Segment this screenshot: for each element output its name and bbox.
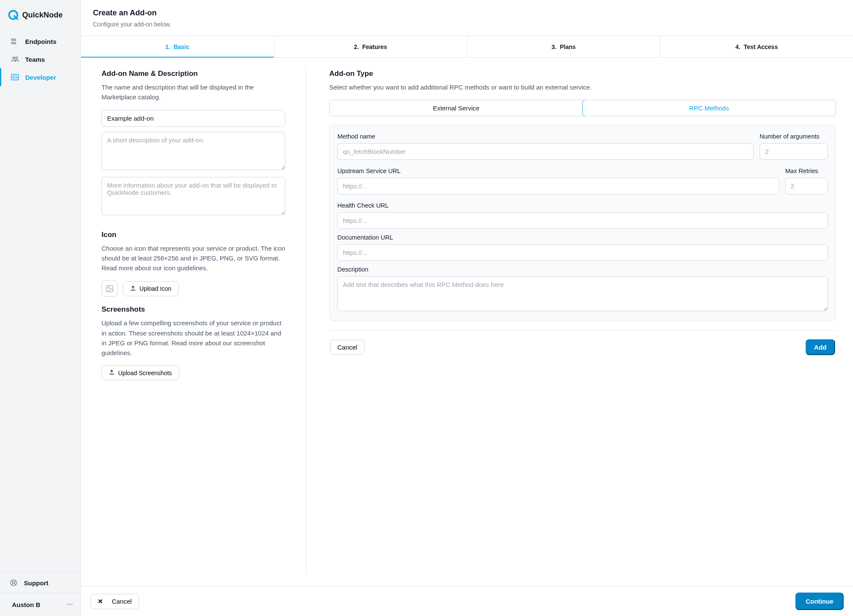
quicknode-icon [8, 9, 19, 20]
addon-type-title: Add-on Type [329, 69, 836, 78]
section-name-title: Add-on Name & Description [102, 69, 285, 78]
addon-name-input[interactable] [102, 110, 285, 127]
user-menu-icon[interactable]: ··· [67, 601, 73, 608]
left-column: Add-on Name & Description The name and d… [102, 68, 306, 576]
upload-screenshots-button[interactable]: Upload Screenshots [102, 365, 179, 380]
num-args-input[interactable] [760, 143, 828, 160]
section-icon-sub: Choose an icon that represents your serv… [102, 243, 285, 273]
svg-point-5 [13, 57, 15, 59]
addon-long-desc-input[interactable] [102, 177, 285, 215]
main: Create an Add-on Configure your add-on b… [81, 0, 853, 616]
upstream-url-input[interactable] [337, 178, 779, 194]
wizard-tabs: 1. Basic 2. Features 3. Plans 4. Test Ac… [81, 36, 853, 58]
desc-label: Description [337, 266, 828, 273]
docs-url-label: Documentation URL [337, 234, 828, 241]
sidebar-item-endpoints[interactable]: Endpoints [0, 32, 81, 50]
page-footer: ✕ Cancel Continue [81, 586, 853, 616]
segmented-rpc-methods[interactable]: RPC Methods [582, 100, 836, 116]
page-header: Create an Add-on Configure your add-on b… [81, 0, 853, 36]
tab-test-access[interactable]: 4. Test Access [660, 36, 853, 57]
method-name-input[interactable] [337, 143, 754, 160]
support-label: Support [24, 579, 49, 587]
section-screenshots-sub: Upload a few compelling screenshots of y… [102, 318, 285, 358]
rpc-add-button[interactable]: Add [806, 339, 835, 355]
tab-features[interactable]: 2. Features [274, 36, 467, 57]
rpc-desc-input[interactable] [337, 276, 828, 311]
svg-point-11 [108, 287, 109, 288]
user-name: Auston B [12, 601, 41, 608]
page-subtitle: Configure your add-on below. [93, 21, 841, 28]
addon-type-segmented: External Service RPC Methods [329, 100, 836, 116]
sidebar-item-label: Endpoints [25, 38, 56, 45]
section-name-sub: The name and description that will be di… [102, 82, 285, 102]
sidebar-nav: Endpoints Teams Developer [0, 32, 81, 573]
section-icon-title: Icon [102, 231, 285, 239]
max-retries-input[interactable] [785, 178, 828, 194]
rpc-method-form: Method name Number of arguments Upstream… [329, 125, 836, 321]
svg-point-3 [12, 42, 13, 44]
svg-point-6 [16, 57, 18, 59]
sidebar-item-label: Teams [25, 56, 45, 63]
upstream-url-label: Upstream Service URL [337, 168, 779, 174]
close-icon: ✕ [98, 598, 103, 605]
support-icon [9, 579, 18, 587]
sidebar-item-support[interactable]: Support [0, 573, 81, 593]
method-name-label: Method name [337, 133, 754, 140]
footer-cancel-button[interactable]: ✕ Cancel [90, 594, 139, 609]
tab-basic[interactable]: 1. Basic [81, 36, 274, 57]
sidebar-item-developer[interactable]: Developer [0, 68, 81, 86]
sidebar-item-label: Developer [25, 74, 56, 81]
endpoints-icon [11, 38, 19, 45]
segmented-external-service[interactable]: External Service [330, 100, 583, 116]
upload-icon-button[interactable]: Upload Icon [123, 281, 179, 296]
brand-logo: QuickNode [0, 0, 81, 32]
right-column: Add-on Type Select whether you want to a… [306, 68, 836, 576]
teams-icon [11, 55, 19, 63]
content: Add-on Name & Description The name and d… [81, 58, 853, 586]
addon-type-sub: Select whether you want to add additiona… [329, 82, 836, 92]
svg-rect-10 [107, 286, 113, 292]
sidebar-user[interactable]: Auston B ··· [0, 593, 81, 616]
developer-icon [11, 73, 19, 81]
tab-plans[interactable]: 3. Plans [467, 36, 661, 57]
footer-continue-button[interactable]: Continue [795, 593, 844, 610]
upload-icon [130, 285, 136, 292]
addon-short-desc-input[interactable] [102, 132, 285, 170]
rpc-cancel-button[interactable]: Cancel [330, 340, 365, 355]
section-screenshots-title: Screenshots [102, 305, 285, 314]
health-url-label: Health Check URL [337, 202, 828, 209]
num-args-label: Number of arguments [760, 133, 828, 140]
sidebar-item-teams[interactable]: Teams [0, 50, 81, 68]
health-url-input[interactable] [337, 212, 828, 229]
page-title: Create an Add-on [93, 9, 841, 17]
svg-point-4 [14, 42, 16, 44]
docs-url-input[interactable] [337, 244, 828, 261]
svg-point-1 [12, 39, 13, 40]
svg-point-9 [12, 581, 15, 584]
rpc-form-actions: Cancel Add [329, 330, 836, 355]
brand-name: QuickNode [22, 11, 63, 20]
max-retries-label: Max Retries [785, 168, 828, 174]
svg-point-2 [14, 39, 16, 40]
upload-icon [109, 369, 115, 376]
sidebar-bottom: Support Auston B ··· [0, 573, 81, 616]
icon-preview [102, 281, 118, 297]
sidebar: QuickNode Endpoints Teams Developer S [0, 0, 81, 616]
